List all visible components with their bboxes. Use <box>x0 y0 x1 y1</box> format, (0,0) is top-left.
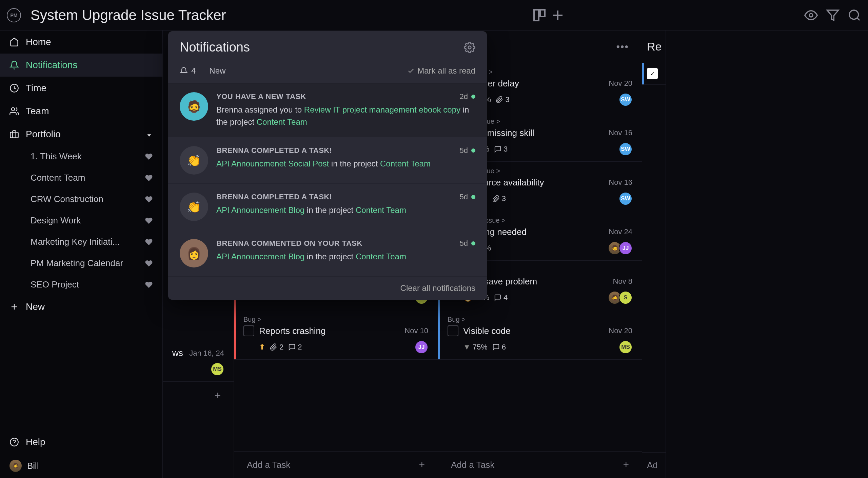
tab-board-icon[interactable] <box>531 7 548 23</box>
nav-label: New <box>26 301 45 312</box>
notifications-panel: Notifications 4 New Mark all as read 🧔YO… <box>168 31 487 300</box>
avatar: S <box>619 291 632 304</box>
heart-icon[interactable] <box>145 281 153 289</box>
sidebar-project-item[interactable]: Design Work <box>0 210 162 231</box>
nav-help[interactable]: Help <box>0 431 162 454</box>
task-checkbox[interactable] <box>243 325 254 336</box>
avatar: MS <box>211 362 224 376</box>
sidebar-project-item[interactable]: CRW Construction <box>0 188 162 210</box>
project-label: Content Team <box>31 173 85 183</box>
column-menu-icon[interactable]: ••• <box>616 41 629 53</box>
search-icon[interactable] <box>848 8 861 22</box>
task-link[interactable]: API Announcmenet Social Post <box>216 159 329 168</box>
task-card[interactable]: ws Jan 16, 24 MS <box>163 342 234 382</box>
plus-icon: + <box>419 459 425 471</box>
meta-comment: 2 <box>288 343 302 352</box>
plus-icon: + <box>623 459 629 471</box>
current-user[interactable]: 🧔 Bill <box>0 454 162 478</box>
nav-new[interactable]: New <box>0 295 162 318</box>
meta-down-gray: ▼ 75% <box>463 343 488 352</box>
project-link[interactable]: Content Team <box>356 205 406 215</box>
nav-time[interactable]: Time <box>0 77 162 100</box>
card-title: ws <box>172 348 184 358</box>
mark-all-read[interactable]: Mark all as read <box>407 66 475 76</box>
sidebar-project-item[interactable]: Marketing Key Initiati... <box>0 231 162 253</box>
filter-icon[interactable] <box>826 8 840 22</box>
card-date: Nov 8 <box>613 277 632 286</box>
project-label: 1. This Week <box>31 151 82 162</box>
notification-text: Brenna assigned you to Review IT project… <box>216 104 475 128</box>
notification-item[interactable]: 👏BRENNA COMPLETED A TASK!5dAPI Announcme… <box>168 137 487 184</box>
avatar: MS <box>619 340 632 354</box>
card-breadcrumb: Bug > <box>243 316 428 323</box>
meta-up: ⬆ <box>259 343 265 352</box>
notification-time: 2d <box>460 92 475 101</box>
sidebar-project-item[interactable]: SEO Project <box>0 274 162 295</box>
heart-icon[interactable] <box>145 195 153 203</box>
card-date: Jan 16, 24 <box>189 349 224 358</box>
notification-text: API Announcmenet Social Post in the proj… <box>216 158 475 170</box>
nav-notifications[interactable]: Notifications <box>0 54 162 77</box>
nav-team[interactable]: Team <box>0 100 162 123</box>
notification-type: YOU HAVE A NEW TASK <box>216 92 306 101</box>
task-link[interactable]: Review IT project management ebook copy <box>304 105 460 114</box>
card-breadcrumb: Bug > <box>448 316 632 323</box>
meta-attach: 3 <box>492 194 506 203</box>
nav-portfolio[interactable]: Portfolio <box>0 123 162 146</box>
home-icon <box>9 37 19 47</box>
card-title: Reports crashing <box>259 326 400 336</box>
heart-icon[interactable] <box>145 153 153 161</box>
project-label: Marketing Key Initiati... <box>31 237 120 247</box>
card-date: Nov 24 <box>609 227 632 236</box>
check-icon <box>407 67 415 75</box>
eye-icon[interactable] <box>804 8 818 22</box>
clap-icon: 👏 <box>180 193 208 221</box>
heart-icon[interactable] <box>145 217 153 225</box>
add-task[interactable]: + <box>163 382 234 409</box>
unread-dot <box>471 95 475 99</box>
board-column-partial: Re ✓ Ad <box>642 31 666 478</box>
clock-icon <box>9 83 19 93</box>
notification-text: API Announcement Blog in the project Con… <box>216 204 475 216</box>
notification-count: 4 <box>180 66 196 76</box>
sidebar-project-item[interactable]: 1. This Week <box>0 146 162 167</box>
avatar: SW <box>619 142 632 156</box>
project-link[interactable]: Content Team <box>356 252 406 261</box>
add-task[interactable]: Add a Task+ <box>234 451 438 478</box>
add-task[interactable]: Add a Task+ <box>438 451 642 478</box>
task-card[interactable]: Bug > Visible code Nov 20 ▼ 75% 6MS <box>438 310 642 360</box>
project-link[interactable]: Content Team <box>257 117 307 126</box>
heart-icon[interactable] <box>145 259 153 267</box>
notification-item[interactable]: 👩BRENNA COMMENTED ON YOUR TASK5dAPI Anno… <box>168 230 487 277</box>
sidebar-project-item[interactable]: Content Team <box>0 167 162 188</box>
task-link[interactable]: API Announcement Blog <box>216 205 304 215</box>
add-tab-icon[interactable] <box>550 7 566 23</box>
notification-item[interactable]: 🧔YOU HAVE A NEW TASK2dBrenna assigned yo… <box>168 83 487 137</box>
user-name: Bill <box>27 461 39 471</box>
clap-icon: 👏 <box>180 146 208 175</box>
task-card[interactable]: Bug > Reports crashing Nov 10 ⬆ 2 2JJ <box>234 310 438 360</box>
clear-all-notifications[interactable]: Clear all notifications <box>168 277 487 300</box>
project-link[interactable]: Content Team <box>380 159 431 168</box>
notification-item[interactable]: 👏BRENNA COMPLETED A TASK!5dAPI Announcem… <box>168 184 487 230</box>
svg-point-16 <box>468 46 471 49</box>
svg-rect-0 <box>534 10 539 21</box>
task-checkbox[interactable] <box>448 325 458 336</box>
task-checkbox[interactable]: ✓ <box>647 68 658 79</box>
nav-home[interactable]: Home <box>0 31 162 54</box>
heart-icon[interactable] <box>145 174 153 182</box>
nav-label: Home <box>26 37 51 47</box>
portfolio-label: Portfolio <box>26 129 61 140</box>
meta-comment: 3 <box>494 145 508 154</box>
add-label-fragment: Ad <box>647 460 658 471</box>
gear-icon[interactable] <box>464 42 475 53</box>
meta-comment: 6 <box>492 343 506 352</box>
task-link[interactable]: API Announcement Blog <box>216 252 304 261</box>
svg-rect-1 <box>540 10 545 17</box>
unread-dot <box>471 148 475 153</box>
heart-icon[interactable] <box>145 238 153 246</box>
app-logo[interactable]: PM <box>7 8 21 22</box>
new-filter[interactable]: New <box>209 66 225 76</box>
chevron-down-icon <box>145 131 153 138</box>
sidebar-project-item[interactable]: PM Marketing Calendar <box>0 253 162 274</box>
